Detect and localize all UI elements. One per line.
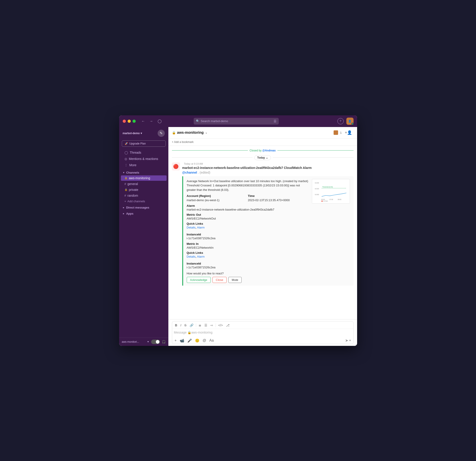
message-content: Today at 9:19 AM marbot-ec2-instance-net… xyxy=(182,162,354,175)
alarm-card: Average Network In+Out baseline utilizat… xyxy=(182,176,354,286)
today-button[interactable]: Today ⌄ xyxy=(254,155,271,160)
search-input[interactable] xyxy=(201,119,272,123)
channels-section-header[interactable]: ▼ Channels xyxy=(119,169,168,175)
add-bookmark-button[interactable]: + Add a bookmark xyxy=(172,140,194,144)
close-button[interactable]: Close xyxy=(212,277,227,283)
unordered-list-button[interactable]: ☰ xyxy=(203,323,208,328)
threads-icon: ◯ xyxy=(125,151,128,154)
strikethrough-button[interactable]: S xyxy=(183,323,188,328)
format-button[interactable]: Aa xyxy=(209,338,214,343)
sidebar-item-mentions[interactable]: ◎ Mentions & reactions xyxy=(121,156,167,162)
compose-button[interactable]: ✎ xyxy=(158,130,165,137)
alarm-title-text: marbot-ec2-instance-network-baseline-uti… xyxy=(182,166,312,170)
link-button[interactable]: 🔗 xyxy=(188,323,195,328)
chat-area: 🔒 aws-monitoring ⌄ 1 +👤 + Add a bookmark xyxy=(168,127,357,346)
search-bar[interactable]: 🔍 ☰ xyxy=(194,118,279,125)
maximize-window-button[interactable] xyxy=(133,120,136,123)
chevron-down-icon: ▼ xyxy=(147,340,149,343)
toolbar-divider-1 xyxy=(196,323,196,327)
details-link-in[interactable]: Details xyxy=(187,255,196,258)
channel-general[interactable]: # general xyxy=(121,181,167,187)
quick-links-header2: Quick Links xyxy=(187,251,309,254)
channel-aws-monitoring[interactable]: 🔒 aws-monitoring xyxy=(121,175,167,181)
close-window-button[interactable] xyxy=(123,120,126,123)
alarm-link-out[interactable]: Alarm xyxy=(197,226,205,229)
help-button[interactable]: ? xyxy=(337,118,344,124)
details-link-out[interactable]: Details xyxy=(187,226,196,229)
alarm-value: marbot-ec2-instance-network-baseline-uti… xyxy=(187,208,309,211)
mute-button[interactable]: Mute xyxy=(228,277,242,283)
channel-title[interactable]: 🔒 aws-monitoring ⌄ xyxy=(172,130,207,135)
add-channel-button[interactable]: + Add channels xyxy=(121,199,167,204)
send-button[interactable]: ➤ xyxy=(345,338,348,343)
apps-section-header[interactable]: ► Apps xyxy=(119,210,168,216)
user-avatar-wrapper[interactable]: 👤 xyxy=(346,118,354,125)
action-buttons: Acknowledge Close Mute xyxy=(187,277,309,283)
today-divider: Today ⌄ xyxy=(168,153,357,162)
messages-area[interactable]: Closed by @Andreas Today ⌄ 🔴 xyxy=(168,146,357,319)
history-button[interactable]: ◯ xyxy=(156,118,163,124)
workspace-name[interactable]: marbot-demo ▾ xyxy=(123,132,142,135)
divider-line-left xyxy=(172,157,253,158)
upgrade-button[interactable]: 🚀 Upgrade Plan xyxy=(122,140,166,147)
apps-arrow-icon: ► xyxy=(123,212,125,215)
hash-icon-random: # xyxy=(125,194,126,197)
add-attachment-button[interactable]: + xyxy=(174,338,177,343)
forward-button[interactable]: → xyxy=(148,118,154,124)
channels-arrow-icon: ▼ xyxy=(123,171,125,174)
direct-messages-section-header[interactable]: ► Direct messages xyxy=(119,204,168,210)
channel-chevron-icon: ⌄ xyxy=(205,131,207,134)
lock-icon-private: 🔒 xyxy=(125,188,128,191)
alarm-section-title: Alarm xyxy=(187,204,309,208)
mention-button[interactable]: @ xyxy=(202,338,207,343)
ordered-list-button[interactable]: ≣ xyxy=(197,323,202,328)
alarm-text-section: Average Network In+Out baseline utilizat… xyxy=(187,179,309,283)
mentions-icon: ◎ xyxy=(125,157,127,161)
alarm-chart: 8.040 8.020 8.000 Threshold (8.03) 06:00 xyxy=(312,179,350,204)
channel-private[interactable]: 🔒 private xyxy=(121,187,167,192)
add-member-button[interactable]: +👤 xyxy=(343,129,354,136)
closed-by: @Andreas xyxy=(262,149,276,152)
send-options-button[interactable]: ▼ xyxy=(349,339,351,342)
microphone-button[interactable]: 🎤 xyxy=(187,338,193,343)
app-body: marbot-demo ▾ ✎ 🚀 Upgrade Plan ◯ Threads… xyxy=(119,127,357,346)
back-button[interactable]: ← xyxy=(140,118,146,124)
message-input[interactable]: Message 🔒aws-monitoring xyxy=(172,329,353,337)
italic-button[interactable]: I xyxy=(179,323,182,328)
svg-text:8.040: 8.040 xyxy=(315,182,319,184)
alarm-link-in[interactable]: Alarm xyxy=(197,255,205,258)
input-placeholder: Message 🔒aws-monitoring xyxy=(174,331,213,334)
audio-toggle[interactable] xyxy=(151,339,160,344)
sidebar-item-more[interactable]: ⋮ More xyxy=(121,162,167,168)
instance-id-value2: i-1c71e03871526c2ea xyxy=(187,266,248,269)
svg-text:Threshold (8.03): Threshold (8.03) xyxy=(322,186,333,188)
metric-in-value: AWS/EC2/NetworkIn xyxy=(187,246,309,249)
workflow-button[interactable]: ⎇ xyxy=(225,323,231,328)
headphone-icon: 🎧 xyxy=(162,340,166,344)
svg-point-8 xyxy=(321,200,323,202)
bold-button[interactable]: B xyxy=(174,323,178,328)
channel-tag: @channel xyxy=(182,171,197,174)
instance-id-header2: InstanceId xyxy=(187,262,248,265)
channel-name: aws-monitoring xyxy=(177,130,204,135)
quick-links-header: Quick Links xyxy=(187,222,309,225)
titlebar-right: ? 👤 xyxy=(337,118,354,125)
chart-svg: 8.040 8.020 8.000 Threshold (8.03) 06:00 xyxy=(314,181,348,202)
sidebar-item-threads[interactable]: ◯ Threads xyxy=(121,150,167,156)
video-button[interactable]: 📹 xyxy=(179,338,185,343)
code-button[interactable]: </> xyxy=(217,323,224,328)
time-value: 2023-02-13T15:13:35.473+0000 xyxy=(248,198,309,202)
emoji-button[interactable]: 🙂 xyxy=(194,338,200,343)
minimize-window-button[interactable] xyxy=(128,120,131,123)
chat-header: 🔒 aws-monitoring ⌄ 1 +👤 xyxy=(168,127,357,139)
svg-text:8.000: 8.000 xyxy=(315,193,319,195)
acknowledge-button[interactable]: Acknowledge xyxy=(187,277,211,283)
account-region-header: Account (Region) xyxy=(187,194,248,198)
instance-id-header: InstanceId xyxy=(187,233,248,236)
lock-icon: 🔒 xyxy=(125,176,128,179)
channel-random[interactable]: # random xyxy=(121,193,167,198)
header-right: 1 +👤 xyxy=(333,129,354,136)
input-border: B I S 🔗 ≣ ☰ ⇨ </> ⎇ Message 🔒aws-monitor… xyxy=(172,321,354,344)
quick-links-out: Details, Alarm xyxy=(187,226,309,229)
indent-button[interactable]: ⇨ xyxy=(209,323,214,328)
